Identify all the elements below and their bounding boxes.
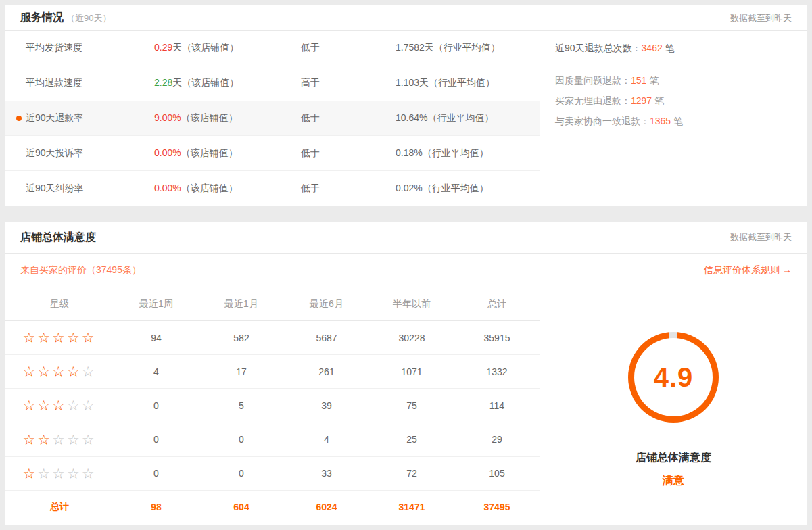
- review-count: 0: [199, 434, 284, 445]
- metric-row-shipping-speed[interactable]: 平均发货速度 0.29天（该店铺值） 低于 1.7582天（行业平均值）: [5, 31, 540, 66]
- service-metrics-table: 平均发货速度 0.29天（该店铺值） 低于 1.7582天（行业平均值） 平均退…: [5, 31, 540, 206]
- metric-row-refund-speed[interactable]: 平均退款速度 2.28天（该店铺值） 高于 1.103天（行业平均值）: [5, 66, 540, 101]
- service-section-title: 服务情况: [20, 11, 64, 23]
- review-count: 1332: [454, 366, 540, 377]
- totals-count: 31471: [369, 502, 454, 512]
- metric-shop-value: 9.00%: [154, 112, 181, 123]
- review-count: 0: [114, 400, 199, 411]
- metric-industry-value: 1.103天（行业平均值）: [396, 77, 495, 89]
- metric-shop-suffix: （该店铺值）: [181, 112, 238, 123]
- satisfaction-section-title: 店铺总体满意度: [20, 231, 96, 245]
- refund-item-label: 因质量问题退款：: [555, 75, 631, 86]
- col-header-last-week: 最近1周: [114, 298, 199, 310]
- gauge-title: 店铺总体满意度: [636, 451, 711, 465]
- review-count: 25: [369, 434, 454, 445]
- satisfaction-section-header: 店铺总体满意度 数据截至到昨天: [5, 222, 807, 254]
- metric-label: 平均发货速度: [26, 42, 154, 54]
- refund-item-unit: 笔: [646, 75, 659, 86]
- service-section: 服务情况（近90天） 数据截至到昨天 平均发货速度 0.29天（该店铺值） 低于…: [5, 5, 807, 206]
- col-header-before-half-year: 半年以前: [369, 298, 454, 310]
- review-count: 261: [284, 366, 369, 377]
- refund-item-value: 1297: [631, 95, 652, 106]
- metric-comparison: 低于: [301, 42, 396, 54]
- review-row-4-star: ☆☆☆☆☆ 4 17 261 1071 1332: [5, 355, 540, 389]
- refund-item-quality: 因质量问题退款：151 笔: [555, 75, 788, 87]
- review-count: 114: [454, 400, 540, 411]
- metric-label: 近90天投诉率: [26, 147, 154, 160]
- refund-item-label: 与卖家协商一致退款：: [555, 116, 650, 126]
- review-count: 94: [114, 333, 199, 343]
- metric-industry-value: 0.18%（行业平均值）: [396, 147, 489, 160]
- satisfaction-gauge-panel: 4.9 店铺总体满意度 满意: [540, 287, 807, 524]
- service-body: 平均发货速度 0.29天（该店铺值） 低于 1.7582天（行业平均值） 平均退…: [5, 31, 807, 206]
- review-count: 17: [199, 366, 284, 377]
- review-count: 1071: [369, 366, 454, 377]
- metric-industry-value: 1.7582天（行业平均值）: [396, 42, 500, 54]
- metric-comparison: 低于: [301, 112, 396, 124]
- satisfaction-score: 4.9: [654, 362, 694, 393]
- refund-item-negotiated: 与卖家协商一致退款：1365 笔: [555, 116, 788, 128]
- review-count: 33: [284, 468, 369, 479]
- rating-rules-link[interactable]: 信息评价体系规则 →: [704, 264, 792, 276]
- metric-shop-suffix: （该店铺值）: [181, 147, 238, 158]
- refund-total-label: 近90天退款总次数：: [555, 43, 642, 53]
- satisfaction-body: 星级 最近1周 最近1月 最近6月 半年以前 总计 ☆☆☆☆☆ 94 582 5…: [5, 287, 807, 524]
- totals-count: 6024: [284, 502, 369, 512]
- star-rating-icon: ☆☆☆☆☆: [5, 433, 114, 447]
- refund-total-unit: 笔: [663, 43, 675, 53]
- metric-comparison: 低于: [301, 183, 396, 195]
- review-table-header: 星级 最近1周 最近1月 最近6月 半年以前 总计: [5, 287, 540, 321]
- review-count: 0: [114, 468, 199, 479]
- refund-summary-panel: 近90天退款总次数：3462 笔 因质量问题退款：151 笔 买家无理由退款：1…: [540, 31, 807, 206]
- refund-total-value: 3462: [642, 43, 663, 53]
- metric-shop-value: 0.00%: [154, 147, 181, 158]
- satisfaction-score-ring: 4.9: [628, 332, 719, 423]
- review-row-5-star: ☆☆☆☆☆ 94 582 5687 30228 35915: [5, 321, 540, 355]
- col-header-star-level: 星级: [5, 298, 114, 310]
- refund-item-value: 151: [631, 75, 646, 86]
- review-count: 5687: [284, 333, 369, 343]
- metric-label: 近90天退款率: [26, 112, 154, 124]
- review-count: 5: [199, 400, 284, 411]
- reviews-band: 来自买家的评价（37495条） 信息评价体系规则 →: [5, 254, 807, 287]
- col-header-last-6-months: 最近6月: [284, 298, 369, 310]
- service-section-subtitle: （近90天）: [66, 13, 111, 23]
- totals-count: 37495: [454, 502, 540, 512]
- review-count: 4: [114, 366, 199, 377]
- review-row-3-star: ☆☆☆☆☆ 0 5 39 75 114: [5, 389, 540, 423]
- satisfaction-data-note: 数据截至到昨天: [730, 231, 792, 243]
- review-count: 582: [199, 333, 284, 343]
- buyer-reviews-count: 来自买家的评价（37495条）: [20, 264, 141, 276]
- service-section-header: 服务情况（近90天） 数据截至到昨天: [5, 5, 807, 31]
- metric-shop-value: 0.00%: [154, 183, 181, 193]
- refund-item-unit: 笔: [671, 116, 683, 126]
- metric-label: 平均退款速度: [26, 77, 154, 89]
- metric-shop-suffix: （该店铺值）: [181, 183, 238, 193]
- metric-shop-suffix: 天（该店铺值）: [172, 77, 239, 88]
- active-row-dot-icon: [16, 116, 22, 121]
- metric-row-refund-rate[interactable]: 近90天退款率 9.00%（该店铺值） 低于 10.64%（行业平均值）: [5, 101, 540, 137]
- review-count: 30228: [369, 333, 454, 343]
- metric-shop-suffix: 天（该店铺值）: [172, 42, 239, 53]
- refund-item-unit: 笔: [652, 95, 664, 106]
- service-title-group: 服务情况（近90天）: [20, 11, 111, 25]
- review-count: 0: [114, 434, 199, 445]
- review-count: 35915: [454, 333, 540, 343]
- refund-item-label: 买家无理由退款：: [555, 95, 631, 106]
- review-count: 75: [369, 400, 454, 411]
- star-rating-icon: ☆☆☆☆☆: [5, 466, 114, 481]
- metric-row-dispute-rate[interactable]: 近90天纠纷率 0.00%（该店铺值） 低于 0.02%（行业平均值）: [5, 171, 540, 206]
- satisfaction-section: 店铺总体满意度 数据截至到昨天 来自买家的评价（37495条） 信息评价体系规则…: [5, 222, 807, 525]
- review-count: 0: [199, 468, 284, 479]
- refund-item-no-reason: 买家无理由退款：1297 笔: [555, 95, 788, 107]
- col-header-last-month: 最近1月: [199, 298, 284, 310]
- metric-industry-value: 0.02%（行业平均值）: [396, 183, 489, 195]
- review-table: 星级 最近1周 最近1月 最近6月 半年以前 总计 ☆☆☆☆☆ 94 582 5…: [5, 287, 540, 524]
- review-count: 72: [369, 468, 454, 479]
- review-count: 4: [284, 434, 369, 445]
- review-count: 105: [454, 468, 540, 479]
- metric-row-complaint-rate[interactable]: 近90天投诉率 0.00%（该店铺值） 低于 0.18%（行业平均值）: [5, 136, 540, 171]
- service-data-note: 数据截至到昨天: [730, 12, 792, 24]
- col-header-total: 总计: [454, 298, 540, 310]
- star-rating-icon: ☆☆☆☆☆: [5, 364, 114, 379]
